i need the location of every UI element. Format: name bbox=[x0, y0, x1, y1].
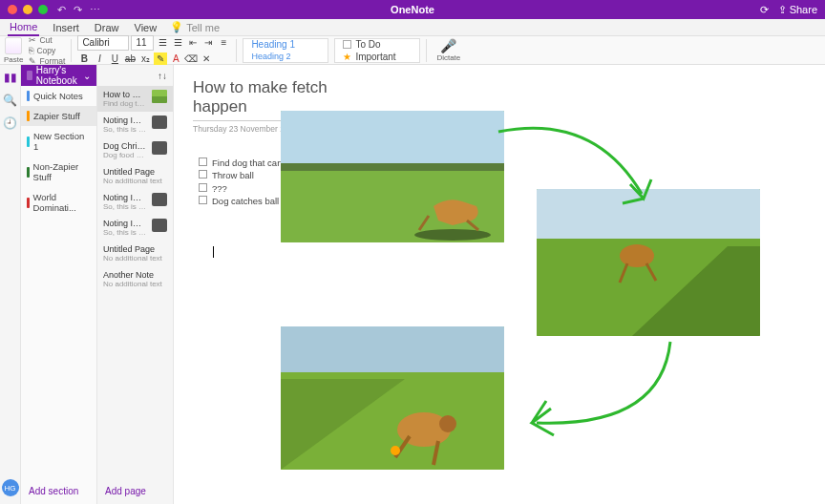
undo-icon[interactable]: ↶ bbox=[57, 4, 66, 16]
svg-point-6 bbox=[620, 244, 654, 267]
menu-view[interactable]: View bbox=[133, 20, 159, 35]
menu-insert[interactable]: Insert bbox=[51, 20, 81, 35]
page-item[interactable]: Noting Imp...So, this is a s... bbox=[97, 112, 173, 137]
clear-format-button[interactable]: ⌫ bbox=[184, 52, 198, 66]
title-bar: ↶ ↷ ⋯ OneNote ⟳ ⇪ Share bbox=[0, 0, 825, 19]
bold-button[interactable]: B bbox=[77, 52, 91, 66]
checkbox-icon[interactable] bbox=[199, 183, 207, 192]
add-section-button[interactable]: Add section bbox=[21, 478, 96, 504]
svg-rect-0 bbox=[281, 111, 504, 168]
dictate-button[interactable]: 🎤 Dictate bbox=[436, 38, 460, 62]
indent-button[interactable]: ⇥ bbox=[201, 36, 215, 50]
window-controls bbox=[8, 5, 48, 14]
page-item[interactable]: Untitled PageNo additional text bbox=[97, 163, 173, 189]
page-item[interactable]: Noting Imp...So, this is a s... bbox=[97, 215, 173, 241]
svg-rect-2 bbox=[281, 163, 504, 171]
share-button[interactable]: ⇪ Share bbox=[778, 4, 817, 16]
outdent-button[interactable]: ⇤ bbox=[186, 36, 200, 50]
user-avatar[interactable]: HG bbox=[2, 479, 19, 496]
page-item[interactable]: How to ma...Find dog that... bbox=[97, 86, 173, 112]
sections-panel: Harry's Notebook ⌄ Quick NotesZapier Stu… bbox=[21, 65, 97, 504]
close-window-button[interactable] bbox=[8, 5, 17, 14]
notebook-icon bbox=[27, 71, 32, 80]
font-name-select[interactable]: Calibri bbox=[77, 35, 129, 51]
section-item[interactable]: Quick Notes bbox=[21, 86, 96, 106]
page-item[interactable]: Another NoteNo additional text bbox=[97, 266, 173, 292]
search-icon[interactable]: 🔍 bbox=[4, 94, 17, 107]
star-icon: ★ bbox=[343, 52, 351, 62]
microphone-icon: 🎤 bbox=[440, 38, 456, 53]
text-cursor bbox=[213, 246, 214, 258]
section-item[interactable]: New Section 1 bbox=[21, 126, 96, 157]
page-item[interactable]: Noting Imp...So, this is a s... bbox=[97, 189, 173, 215]
chevron-down-icon: ⌄ bbox=[83, 71, 91, 81]
section-color-tab bbox=[27, 91, 30, 101]
page-thumbnail bbox=[152, 116, 167, 129]
sync-icon[interactable]: ⟳ bbox=[760, 4, 769, 16]
notebook-selector[interactable]: Harry's Notebook ⌄ bbox=[21, 65, 96, 86]
page-thumbnail bbox=[152, 141, 167, 155]
bullet-list-button[interactable]: ☰ bbox=[156, 36, 169, 50]
page-thumbnail bbox=[152, 90, 167, 103]
sort-pages-icon[interactable]: ↑↓ bbox=[158, 71, 167, 81]
minimize-window-button[interactable] bbox=[23, 5, 32, 14]
paste-icon bbox=[5, 37, 22, 54]
font-color-button[interactable]: A bbox=[169, 52, 182, 66]
svg-rect-4 bbox=[537, 189, 760, 242]
styles-button[interactable]: ✕ bbox=[200, 52, 213, 66]
checkbox-icon[interactable] bbox=[199, 158, 207, 166]
checkbox-icon[interactable] bbox=[199, 170, 207, 178]
section-item[interactable]: World Dominati... bbox=[21, 187, 96, 218]
number-list-button[interactable]: ☰ bbox=[171, 36, 184, 50]
tags-box[interactable]: To Do ★Important bbox=[334, 38, 420, 63]
recent-icon[interactable]: 🕘 bbox=[4, 116, 17, 130]
section-item[interactable]: Non-Zapier Stuff bbox=[21, 157, 96, 187]
checkbox-icon bbox=[343, 40, 351, 49]
menu-draw[interactable]: Draw bbox=[93, 20, 121, 35]
brush-icon: ✎ bbox=[29, 56, 36, 66]
italic-button[interactable]: I bbox=[93, 52, 106, 66]
page-item[interactable]: Dog Christ...Dog food Fa... bbox=[97, 137, 173, 163]
add-page-button[interactable]: Add page bbox=[97, 478, 173, 504]
svg-point-10 bbox=[439, 415, 456, 432]
svg-point-11 bbox=[391, 446, 400, 455]
scissors-icon: ✂ bbox=[29, 35, 36, 45]
bulb-icon: 💡 bbox=[170, 21, 183, 33]
section-color-tab bbox=[27, 136, 30, 147]
image-dog-jumping[interactable] bbox=[537, 189, 760, 336]
heading-styles[interactable]: Heading 1 Heading 2 bbox=[243, 38, 328, 63]
more-icon[interactable]: ⋯ bbox=[90, 4, 100, 16]
subscript-button[interactable]: x₂ bbox=[138, 52, 152, 66]
paste-button[interactable]: Paste bbox=[4, 37, 23, 64]
redo-icon[interactable]: ↷ bbox=[74, 4, 82, 16]
tell-me-search[interactable]: 💡 Tell me bbox=[170, 21, 220, 33]
svg-rect-7 bbox=[281, 326, 504, 374]
page-thumbnail bbox=[152, 193, 167, 206]
page-item[interactable]: Untitled PageNo additional text bbox=[97, 241, 173, 266]
highlight-button[interactable]: ✎ bbox=[154, 52, 167, 66]
section-color-tab bbox=[27, 198, 30, 208]
notebooks-icon[interactable]: ▮▮ bbox=[4, 71, 17, 84]
font-size-select[interactable]: 11 bbox=[131, 35, 154, 51]
checkbox-icon[interactable] bbox=[199, 196, 207, 204]
copy-icon: ⎘ bbox=[29, 46, 33, 55]
strike-button[interactable]: ab bbox=[123, 52, 137, 66]
section-item[interactable]: Zapier Stuff bbox=[21, 106, 96, 126]
align-button[interactable]: ≡ bbox=[217, 36, 230, 50]
note-canvas[interactable]: How to make fetch happen Thursday 23 Nov… bbox=[174, 65, 825, 504]
image-dog-catching[interactable] bbox=[281, 326, 504, 470]
svg-point-3 bbox=[414, 229, 491, 241]
maximize-window-button[interactable] bbox=[38, 5, 48, 14]
cut-button[interactable]: ✂Cut bbox=[29, 35, 65, 45]
page-thumbnail bbox=[152, 219, 167, 232]
image-dog-running[interactable] bbox=[281, 111, 504, 242]
section-color-tab bbox=[27, 111, 30, 121]
menu-bar: Home Insert Draw View 💡 Tell me bbox=[0, 19, 825, 36]
ribbon: Paste ✂Cut ⎘Copy ✎Format Calibri 11 ☰ ☰ … bbox=[0, 36, 825, 65]
format-painter-button[interactable]: ✎Format bbox=[29, 56, 65, 66]
underline-button[interactable]: U bbox=[108, 52, 121, 66]
menu-home[interactable]: Home bbox=[8, 19, 39, 36]
copy-button[interactable]: ⎘Copy bbox=[29, 46, 65, 55]
share-icon: ⇪ bbox=[778, 4, 787, 16]
nav-rail: ▮▮ 🔍 🕘 HG bbox=[0, 65, 21, 504]
